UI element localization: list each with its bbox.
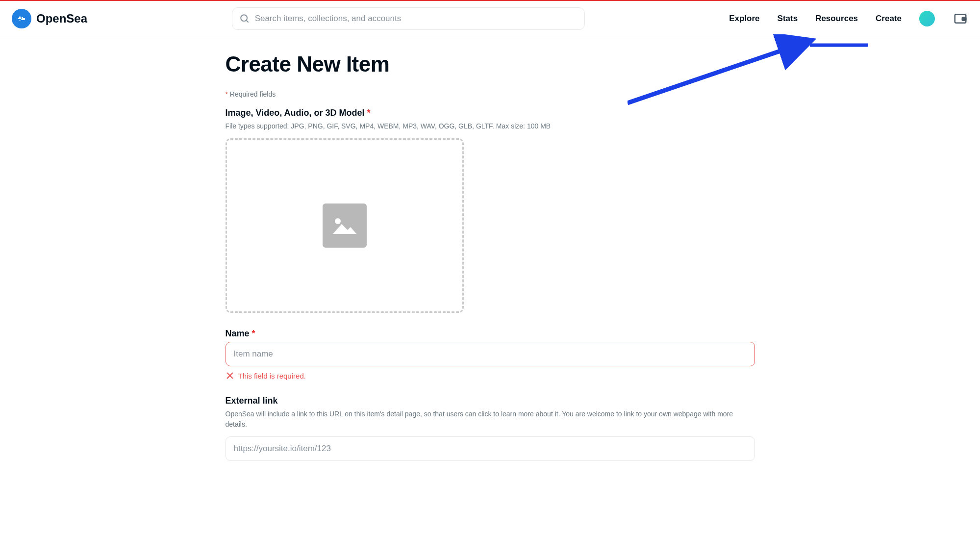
field-external-link: External link OpenSea will include a lin… <box>226 396 755 461</box>
nav-create[interactable]: Create <box>876 14 902 24</box>
field-external-help: OpenSea will include a link to this URL … <box>226 409 755 430</box>
wallet-icon <box>953 11 968 26</box>
field-media-label: Image, Video, Audio, or 3D Model * <box>226 108 755 118</box>
field-external-label: External link <box>226 396 755 406</box>
avatar[interactable] <box>919 11 935 26</box>
nav-resources[interactable]: Resources <box>815 14 858 24</box>
svg-point-0 <box>241 15 247 21</box>
image-placeholder-icon <box>323 204 367 248</box>
search-input[interactable] <box>255 14 578 24</box>
logo-text: OpenSea <box>36 12 87 25</box>
name-input[interactable] <box>226 342 755 366</box>
required-fields-note: * Required fields <box>226 90 755 98</box>
svg-rect-3 <box>962 17 966 20</box>
svg-point-6 <box>335 218 341 224</box>
search-icon <box>239 13 250 24</box>
site-header: OpenSea Explore Stats Resources Create <box>0 1 980 36</box>
media-upload-dropzone[interactable] <box>226 138 464 313</box>
name-error: This field is required. <box>226 371 755 380</box>
main-content: Create New Item * Required fields Image,… <box>226 36 755 496</box>
nav-stats[interactable]: Stats <box>778 14 798 24</box>
logo-icon <box>12 9 31 28</box>
svg-line-1 <box>246 20 249 23</box>
main-nav: Explore Stats Resources Create <box>729 11 968 26</box>
page-title: Create New Item <box>226 52 755 76</box>
field-name-label: Name * <box>226 329 755 339</box>
field-media-help: File types supported: JPG, PNG, GIF, SVG… <box>226 121 755 131</box>
logo[interactable]: OpenSea <box>12 9 87 28</box>
external-link-input[interactable] <box>226 436 755 461</box>
error-x-icon <box>226 371 234 380</box>
wallet-button[interactable] <box>953 11 968 26</box>
field-media: Image, Video, Audio, or 3D Model * File … <box>226 108 755 313</box>
nav-explore[interactable]: Explore <box>729 14 759 24</box>
search-bar[interactable] <box>232 7 585 30</box>
field-name: Name * This field is required. <box>226 329 755 380</box>
